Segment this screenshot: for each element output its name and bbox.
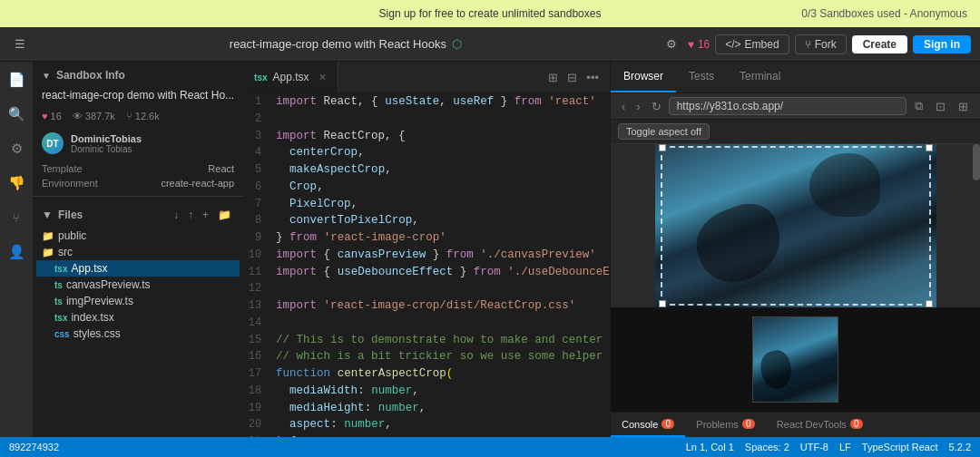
console-label: Console bbox=[622, 419, 658, 430]
crop-handle-tr[interactable] bbox=[926, 144, 933, 151]
toggle-aspect-button[interactable]: Toggle aspect off bbox=[618, 123, 710, 140]
tab-browser[interactable]: Browser bbox=[611, 62, 676, 92]
sort-files-up-button[interactable]: ↑ bbox=[185, 208, 196, 222]
split-editor-button[interactable]: ⊞ bbox=[544, 67, 562, 88]
preview-area: Console 0 Problems 0 React DevTools 0 bbox=[611, 144, 980, 437]
embed-button[interactable]: </> Embed bbox=[715, 34, 789, 54]
file-app-tsx[interactable]: tsx App.tsx bbox=[36, 260, 240, 277]
browser-panel: Browser Tests Terminal ‹ › ↻ ⧉ ⊡ ⊞ Toggl… bbox=[610, 62, 980, 437]
file-canvas-preview[interactable]: ts canvasPreview.ts bbox=[36, 277, 240, 293]
folder-src[interactable]: 📁 src bbox=[36, 244, 240, 260]
code-line: 21) { bbox=[243, 433, 610, 437]
main-layout: 📄 🔍 ⚙ 👎 ⑂ 👤 ▼ Sandbox Info react-image-c… bbox=[0, 62, 980, 437]
hamburger-icon: ☰ bbox=[15, 37, 25, 51]
address-bar[interactable] bbox=[669, 97, 906, 115]
files-label: Files bbox=[58, 209, 83, 221]
header-right: ⚙ ♥ 16 </> Embed ⑂ Fork Create Sign in bbox=[661, 34, 971, 54]
sidebar-content: ▼ Sandbox Info react-image-crop demo wit… bbox=[33, 62, 243, 437]
toggle-aspect-label: Toggle aspect off bbox=[626, 126, 701, 137]
line-content: import { useDebounceEffect } from './use… bbox=[276, 264, 610, 281]
tab-terminal-label: Terminal bbox=[740, 70, 780, 83]
split-editor-vert-button[interactable]: ⊟ bbox=[564, 67, 581, 88]
fork-button[interactable]: ⑂ Fork bbox=[795, 34, 847, 54]
more-actions-button[interactable]: ••• bbox=[583, 67, 603, 88]
code-line: 12 bbox=[243, 280, 610, 297]
create-button[interactable]: Create bbox=[852, 35, 907, 53]
line-number: 12 bbox=[243, 280, 276, 297]
hamburger-button[interactable]: ☰ bbox=[9, 34, 31, 54]
ts-icon-canvas: ts bbox=[54, 280, 63, 290]
sidebar-icon-users[interactable]: 👤 bbox=[4, 239, 29, 265]
sidebar-icon-search[interactable]: 🔍 bbox=[4, 102, 29, 127]
line-number: 15 bbox=[243, 332, 276, 349]
file-styles-css[interactable]: css styles.css bbox=[36, 326, 240, 342]
scrollbar-vertical[interactable] bbox=[973, 144, 980, 307]
line-number: 10 bbox=[243, 247, 276, 264]
sidebar-icon-files[interactable]: 📄 bbox=[4, 67, 29, 92]
devtools-label: React DevTools bbox=[777, 419, 847, 430]
file-index-tsx[interactable]: tsx index.tsx bbox=[36, 309, 240, 326]
status-version: 5.2.2 bbox=[949, 442, 971, 452]
code-line: 1import React, { useState, useRef } from… bbox=[243, 93, 610, 111]
sidebar-icon-git[interactable]: ⑂ bbox=[4, 205, 29, 230]
bottom-tab-console[interactable]: Console 0 bbox=[611, 413, 685, 437]
sandbox-info-header[interactable]: ▼ Sandbox Info bbox=[33, 62, 243, 85]
file-img-preview[interactable]: ts imgPreview.ts bbox=[36, 293, 240, 309]
open-in-new-button[interactable]: ⧉ bbox=[910, 97, 927, 115]
embed-label: Embed bbox=[745, 38, 779, 51]
nav-back-button[interactable]: ‹ bbox=[618, 98, 629, 115]
files-header[interactable]: ▼ Files ↓ ↑ + 📁 bbox=[33, 202, 243, 228]
views-meta: 👁 387.7k bbox=[73, 111, 115, 122]
sidebar-icon-dislike[interactable]: 👎 bbox=[4, 170, 29, 196]
code-line: 5 makeAspectCrop, bbox=[243, 161, 610, 179]
template-label: Template bbox=[42, 163, 83, 174]
status-spaces: Spaces: 2 bbox=[745, 442, 789, 452]
scrollbar-thumb[interactable] bbox=[973, 144, 980, 180]
sort-files-button[interactable]: ↓ bbox=[171, 208, 181, 222]
folder-public[interactable]: 📁 public bbox=[36, 228, 240, 244]
tab-close-button[interactable]: ✕ bbox=[318, 72, 327, 83]
ts-icon-img: ts bbox=[54, 297, 63, 306]
bottom-tab-problems[interactable]: Problems 0 bbox=[685, 413, 765, 437]
sidebar-icon-settings[interactable]: ⚙ bbox=[4, 136, 29, 161]
sandbox-info-label: Sandbox Info bbox=[56, 69, 125, 82]
editor-tabs: tsx App.tsx ✕ ⊞ ⊟ ••• bbox=[243, 62, 610, 93]
add-folder-button[interactable]: 📁 bbox=[215, 208, 234, 222]
editor-code[interactable]: 1import React, { useState, useRef } from… bbox=[243, 93, 610, 437]
folder-src-icon: 📁 bbox=[42, 247, 54, 258]
line-number: 3 bbox=[243, 128, 276, 145]
line-number: 18 bbox=[243, 383, 276, 400]
line-content: // This is to demonstrate how to make an… bbox=[276, 332, 610, 349]
layout-button-2[interactable]: ⊞ bbox=[954, 98, 973, 115]
status-left: 892274932 bbox=[9, 442, 59, 452]
signin-button[interactable]: Sign in bbox=[913, 35, 971, 53]
nav-forward-button[interactable]: › bbox=[632, 98, 643, 115]
tsx-icon-app: tsx bbox=[54, 264, 67, 274]
crop-handle-bl[interactable] bbox=[659, 300, 666, 307]
devtools-count: 0 bbox=[850, 419, 863, 429]
line-number: 4 bbox=[243, 144, 276, 161]
bottom-tab-devtools[interactable]: React DevTools 0 bbox=[766, 413, 874, 437]
crop-handle-br[interactable] bbox=[926, 300, 933, 307]
nav-refresh-button[interactable]: ↻ bbox=[648, 98, 665, 115]
likes-badge: ♥ 16 bbox=[688, 38, 710, 51]
toggle-aspect-bar: Toggle aspect off bbox=[611, 120, 980, 144]
tab-terminal[interactable]: Terminal bbox=[727, 62, 793, 92]
crop-handle-tl[interactable] bbox=[659, 144, 666, 151]
fork-meta-icon: ⑂ bbox=[126, 111, 132, 122]
status-bar: 892274932 Ln 1, Col 1 Spaces: 2 UTF-8 LF… bbox=[0, 437, 980, 457]
tab-browser-label: Browser bbox=[623, 70, 663, 83]
line-number: 9 bbox=[243, 229, 276, 247]
status-encoding: UTF-8 bbox=[800, 442, 828, 452]
editor-tab-app[interactable]: tsx App.tsx ✕ bbox=[243, 62, 338, 92]
add-file-button[interactable]: + bbox=[200, 208, 211, 222]
line-content: import ReactCrop, { bbox=[276, 128, 603, 145]
layout-button-1[interactable]: ⊡ bbox=[931, 98, 950, 115]
owner-row: DT DominicTobias Dominic Tobias bbox=[33, 129, 243, 161]
settings-button[interactable]: ⚙ bbox=[661, 34, 682, 54]
files-chevron: ▼ bbox=[42, 209, 53, 221]
views-meta-count: 387.7k bbox=[85, 111, 115, 122]
line-content: Crop, bbox=[276, 179, 603, 196]
file-index-tsx-name: index.tsx bbox=[71, 311, 113, 324]
tab-tests[interactable]: Tests bbox=[676, 62, 727, 92]
